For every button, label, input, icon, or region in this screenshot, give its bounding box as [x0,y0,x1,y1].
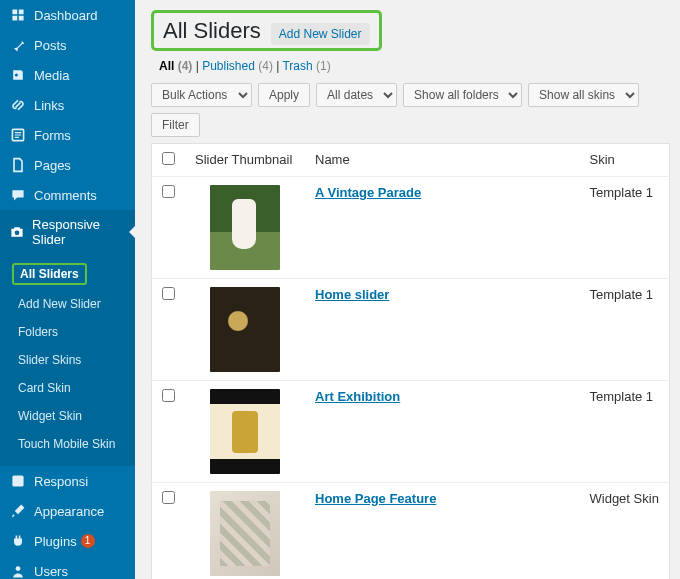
slider-skin: Template 1 [580,381,670,483]
submenu-label: Slider Skins [12,351,87,369]
slider-title-link[interactable]: A Vintage Parade [315,185,421,200]
slider-thumbnail [210,185,280,270]
row-checkbox[interactable] [162,287,175,300]
submenu: All Sliders Add New Slider Folders Slide… [0,254,135,466]
filter-button[interactable]: Filter [151,113,200,137]
user-icon [8,563,28,579]
table-row: Art Exhibition Template 1 [152,381,670,483]
menu-label: Comments [34,188,97,203]
row-checkbox[interactable] [162,185,175,198]
menu-label: Posts [34,38,67,53]
submenu-label: Card Skin [12,379,77,397]
menu-responsive-slider[interactable]: Responsive Slider [0,210,135,254]
menu-label: Appearance [34,504,104,519]
submenu-all-sliders[interactable]: All Sliders [0,258,135,290]
add-new-button[interactable]: Add New Slider [271,23,370,45]
update-badge: 1 [81,534,95,548]
submenu-label: Widget Skin [12,407,88,425]
skins-select[interactable]: Show all skins [528,83,639,107]
menu-label: Responsive Slider [32,217,127,247]
page-heading-highlight: All Sliders Add New Slider [151,10,382,51]
submenu-widget-skin[interactable]: Widget Skin [0,402,135,430]
svg-rect-1 [12,475,23,486]
dates-select[interactable]: All dates [316,83,397,107]
bulk-actions-select[interactable]: Bulk Actions [151,83,252,107]
menu-label: Dashboard [34,8,98,23]
submenu-add-new-slider[interactable]: Add New Slider [0,290,135,318]
submenu-folders[interactable]: Folders [0,318,135,346]
svg-point-2 [16,566,21,571]
camera-icon [8,224,26,240]
count: (4) [178,59,193,73]
dashboard-icon [8,7,28,23]
page-title: All Sliders [163,18,261,44]
comment-icon [8,187,28,203]
menu-label: Links [34,98,64,113]
menu-label: Forms [34,128,71,143]
slider-title-link[interactable]: Home slider [315,287,389,302]
slider-skin: Widget Skin [580,483,670,580]
view-filter-links: All (4) | Published (4) | Trash (1) [159,59,670,73]
row-checkbox[interactable] [162,491,175,504]
slider-skin: Template 1 [580,279,670,381]
tablenav-top: Bulk Actions Apply All dates Show all fo… [151,83,670,137]
column-name[interactable]: Name [305,144,580,177]
menu-media[interactable]: Media [0,60,135,90]
slider-thumbnail [210,287,280,372]
submenu-label: Folders [12,323,64,341]
menu-dashboard[interactable]: Dashboard [0,0,135,30]
menu-users[interactable]: Users [0,556,135,579]
menu-label: Pages [34,158,71,173]
menu-label: Responsi [34,474,88,489]
submenu-label: Add New Slider [12,295,107,313]
menu-responsi[interactable]: Responsi [0,466,135,496]
menu-comments[interactable]: Comments [0,180,135,210]
slider-thumbnail [210,491,280,576]
menu-posts[interactable]: Posts [0,30,135,60]
menu-links[interactable]: Links [0,90,135,120]
submenu-card-skin[interactable]: Card Skin [0,374,135,402]
menu-label: Media [34,68,69,83]
view-published[interactable]: Published (4) [202,59,273,73]
submenu-touch-mobile-skin[interactable]: Touch Mobile Skin [0,430,135,458]
table-row: Home slider Template 1 [152,279,670,381]
apply-button[interactable]: Apply [258,83,310,107]
submenu-label: All Sliders [12,263,87,285]
submenu-label: Touch Mobile Skin [12,435,121,453]
pin-icon [8,37,28,53]
brush-icon [8,503,28,519]
row-checkbox[interactable] [162,389,175,402]
slider-skin: Template 1 [580,177,670,279]
menu-forms[interactable]: Forms [0,120,135,150]
count: (1) [316,59,331,73]
column-skin[interactable]: Skin [580,144,670,177]
column-thumbnail[interactable]: Slider Thumbnail [185,144,305,177]
count: (4) [258,59,273,73]
menu-pages[interactable]: Pages [0,150,135,180]
view-trash[interactable]: Trash (1) [282,59,330,73]
plug-icon [8,533,28,549]
menu-label: Plugins [34,534,77,549]
select-all-checkbox[interactable] [162,152,175,165]
table-row: A Vintage Parade Template 1 [152,177,670,279]
menu-appearance[interactable]: Appearance [0,496,135,526]
page-icon [8,157,28,173]
slider-thumbnail [210,389,280,474]
main-content: All Sliders Add New Slider All (4) | Pub… [135,0,680,579]
link-icon [8,97,28,113]
menu-label: Users [34,564,68,579]
sliders-table: Slider Thumbnail Name Skin A Vintage Par… [151,143,670,579]
forms-icon [8,127,28,143]
table-row: Home Page Feature Widget Skin [152,483,670,580]
menu-plugins[interactable]: Plugins1 [0,526,135,556]
submenu-slider-skins[interactable]: Slider Skins [0,346,135,374]
slider-title-link[interactable]: Art Exhibition [315,389,400,404]
slider-title-link[interactable]: Home Page Feature [315,491,436,506]
admin-sidebar: Dashboard Posts Media Links Forms Pages … [0,0,135,579]
folders-select[interactable]: Show all folders [403,83,522,107]
media-icon [8,67,28,83]
view-all[interactable]: All (4) [159,59,192,73]
responsi-icon [8,473,28,489]
